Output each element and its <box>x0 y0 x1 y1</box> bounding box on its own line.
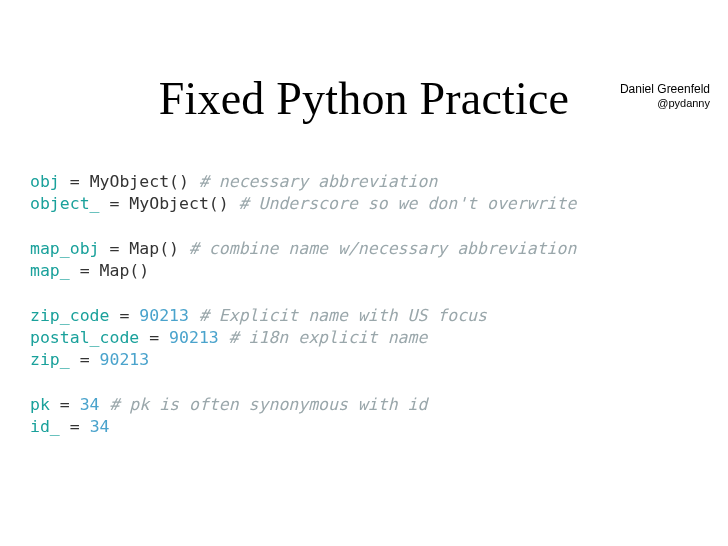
call-token: Map() <box>129 239 189 258</box>
var-token: map_obj <box>30 239 100 258</box>
op-token: = <box>50 395 80 414</box>
space-token <box>219 328 229 347</box>
space-token <box>189 306 199 325</box>
var-token: zip_code <box>30 306 109 325</box>
code-line: zip_ = 90213 <box>30 350 149 369</box>
var-token: id_ <box>30 417 60 436</box>
byline: Daniel Greenfeld @pydanny <box>620 82 710 111</box>
op-token: = <box>70 350 100 369</box>
call-token: Map() <box>100 261 150 280</box>
call-token: MyObject() <box>90 172 199 191</box>
comment-token: # necessary abbreviation <box>199 172 437 191</box>
op-token: = <box>100 194 130 213</box>
space-token <box>100 395 110 414</box>
comment-token: # i18n explicit name <box>229 328 428 347</box>
code-line: zip_code = 90213 # Explicit name with US… <box>30 306 487 325</box>
var-token: postal_code <box>30 328 139 347</box>
code-line: map_obj = Map() # combine name w/necessa… <box>30 239 576 258</box>
var-token: zip_ <box>30 350 70 369</box>
comment-token: # pk is often synonymous with id <box>110 395 428 414</box>
op-token: = <box>100 239 130 258</box>
op-token: = <box>109 306 139 325</box>
num-token: 34 <box>90 417 110 436</box>
code-line: postal_code = 90213 # i18n explicit name <box>30 328 427 347</box>
op-token: = <box>139 328 169 347</box>
code-line: id_ = 34 <box>30 417 110 436</box>
var-token: map_ <box>30 261 70 280</box>
num-token: 90213 <box>139 306 189 325</box>
comment-token: # Explicit name with US focus <box>199 306 487 325</box>
op-token: = <box>60 417 90 436</box>
code-line: pk = 34 # pk is often synonymous with id <box>30 395 427 414</box>
author-name: Daniel Greenfeld <box>620 82 710 97</box>
var-token: obj <box>30 172 60 191</box>
op-token: = <box>70 261 100 280</box>
var-token: pk <box>30 395 50 414</box>
comment-token: # combine name w/necessary abbreviation <box>189 239 576 258</box>
code-line: obj = MyObject() # necessary abbreviatio… <box>30 172 437 191</box>
call-token: MyObject() <box>129 194 238 213</box>
author-handle: @pydanny <box>620 97 710 111</box>
num-token: 34 <box>80 395 100 414</box>
slide: Daniel Greenfeld @pydanny Fixed Python P… <box>0 72 728 546</box>
slide-title: Fixed Python Practice <box>0 72 728 125</box>
var-token: object_ <box>30 194 100 213</box>
code-line: map_ = Map() <box>30 261 149 280</box>
code-block: obj = MyObject() # necessary abbreviatio… <box>0 125 728 438</box>
comment-token: # Underscore so we don't overwrite <box>239 194 577 213</box>
code-line: object_ = MyObject() # Underscore so we … <box>30 194 576 213</box>
num-token: 90213 <box>169 328 219 347</box>
op-token: = <box>60 172 90 191</box>
num-token: 90213 <box>100 350 150 369</box>
